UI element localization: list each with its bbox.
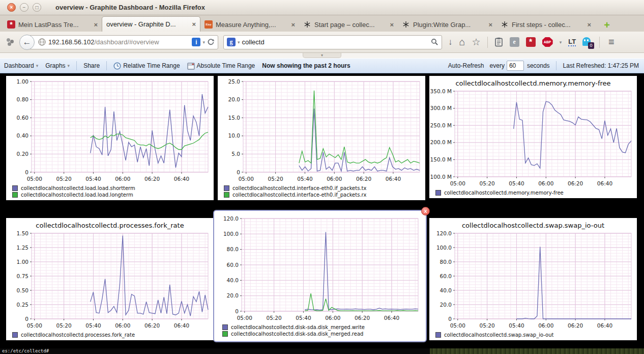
dashboard-menu-label: Dashboard	[4, 62, 34, 69]
calendar-icon	[187, 62, 195, 70]
collectd-favicon-icon	[501, 20, 509, 29]
svg-text:06:40: 06:40	[597, 180, 612, 186]
search-bar[interactable]: g ▾ collectd	[223, 35, 442, 49]
window-minimize-button[interactable]: −	[20, 3, 28, 12]
back-button[interactable]: ←	[19, 35, 35, 50]
absolute-time-range-button[interactable]: Absolute Time Range	[187, 62, 255, 70]
reload-icon[interactable]	[207, 38, 215, 46]
svg-text:0.20: 0.20	[17, 151, 28, 157]
legend-row: collectdlocalhostcollectd.load.load.long…	[12, 192, 214, 198]
downloads-button[interactable]: ↓	[448, 37, 453, 47]
ghostery-badge: 0	[588, 42, 594, 49]
url-dropdown-icon[interactable]: ▾	[202, 40, 205, 45]
toolbar-separator	[599, 37, 600, 48]
toolbar-collapse-handle[interactable]: ▾	[303, 53, 341, 58]
bookmark-star-icon[interactable]: ☆	[472, 36, 481, 48]
window-maximize-button[interactable]: □	[33, 3, 41, 12]
chart-legend: collectdlocalhostcollectd.load.load.shor…	[6, 184, 214, 198]
tab-close-icon[interactable]: ×	[94, 21, 98, 29]
tab-label: First steps - collec...	[512, 21, 585, 29]
svg-text:15.0: 15.0	[228, 115, 240, 121]
svg-text:06:40: 06:40	[174, 176, 189, 182]
legend-row: collectdlocalhostcollectd.load.load.shor…	[12, 185, 214, 192]
dashboard-menu[interactable]: Dashboard ▾	[4, 62, 38, 69]
chart-panel-disk-merged[interactable]: 020.040.060.080.0100.0120.005:0005:2005:…	[216, 213, 424, 339]
chart-panel-swap-io[interactable]: collectdlocalhostcollectd.swap.swap_io-o…	[429, 218, 637, 340]
legend-swatch-icon	[222, 331, 228, 337]
chart-panel-if-packets[interactable]: 05.010.015.020.025.005:0005:2005:4006:00…	[218, 76, 425, 200]
tab-collectd-plugin-write-graphite[interactable]: Plugin:Write Grap... ×	[398, 17, 496, 32]
new-tab-button[interactable]: +	[599, 18, 614, 32]
tab-collectd-first-steps[interactable]: First steps - collec... ×	[496, 17, 595, 32]
url-bar[interactable]: 192.168.56.102 /dashboard/#overview i ▾	[27, 35, 218, 49]
search-engine-dropdown-icon[interactable]: ▾	[238, 40, 240, 45]
svg-text:06:00: 06:00	[538, 322, 553, 329]
tab-collectd-start-page[interactable]: Start page – collec... ×	[299, 17, 398, 32]
url-path: /dashboard/#overview	[94, 38, 192, 46]
tab-graphite-dashboard-active[interactable]: overview - Graphite D... ×	[102, 16, 200, 32]
tab-label: Measure Anything,...	[216, 21, 289, 29]
svg-text:60.0: 60.0	[227, 262, 239, 268]
svg-text:0: 0	[237, 169, 240, 175]
svg-text:06:40: 06:40	[597, 322, 612, 329]
chart-title: collectdlocalhostcollectd.swap.swap_io-o…	[429, 220, 637, 229]
evernote-clipper-icon[interactable]	[494, 37, 503, 47]
hamburger-menu-icon[interactable]: ≡	[608, 36, 614, 48]
page-action-info-icon[interactable]: i	[192, 38, 200, 46]
ghostery-icon[interactable]: 0	[582, 37, 593, 47]
legend-row: collectdlocalhostcollectd.processes.fork…	[12, 332, 214, 338]
graphs-menu[interactable]: Graphs ▾	[45, 62, 70, 69]
svg-text:100.0: 100.0	[436, 244, 452, 251]
tab-close-icon[interactable]: ×	[587, 21, 591, 29]
legend-label: collectdlocalhostcollectd.disk-sda.disk_…	[231, 324, 365, 330]
svg-text:0.75: 0.75	[17, 273, 28, 279]
svg-text:120.0: 120.0	[223, 215, 239, 222]
svg-text:1.00: 1.00	[17, 259, 28, 265]
tab-etsy-measure-anything[interactable]: Etsy Measure Anything,... ×	[200, 17, 299, 32]
search-icon[interactable]	[431, 38, 438, 46]
svg-text:80.0: 80.0	[440, 259, 452, 265]
tab-lastpass[interactable]: * Mein LastPass Tre... ×	[3, 17, 102, 32]
search-input[interactable]: collectd	[242, 38, 431, 46]
legend-swatch-icon	[12, 185, 18, 191]
adblock-plus-icon[interactable]: ABP	[542, 37, 553, 47]
chart-panel-memory-free[interactable]: collectdlocalhostcollectd.memory.memory-…	[429, 76, 637, 198]
svg-text:06:40: 06:40	[384, 315, 399, 321]
home-button[interactable]: ⌂	[459, 36, 465, 48]
refresh-seconds-input[interactable]	[507, 61, 524, 71]
window-close-button[interactable]: ×	[7, 3, 16, 12]
chart-legend: collectdlocalhostcollectd.disk-sda.disk_…	[216, 323, 424, 337]
relative-time-range-button[interactable]: Relative Time Range	[113, 62, 180, 70]
tab-close-icon[interactable]: ×	[291, 21, 295, 29]
svg-text:0: 0	[235, 308, 239, 314]
selected-chart-wrapper[interactable]: X 020.040.060.080.0100.0120.005:0005:200…	[213, 210, 427, 342]
svg-text:05:40: 05:40	[85, 176, 101, 182]
chart-panel-fork-rate[interactable]: collectdlocalhostcollectd.processes.fork…	[6, 218, 214, 340]
toolbar-separator	[76, 61, 77, 70]
svg-text:06:00: 06:00	[115, 322, 130, 329]
chevron-down-icon: ▾	[68, 63, 70, 68]
google-engine-icon[interactable]: g	[227, 38, 236, 46]
tab-close-icon[interactable]: ×	[488, 21, 492, 29]
languagetool-icon[interactable]: LT	[568, 38, 576, 46]
legend-row: collectdlocalhostcollectd.interface-eth0…	[224, 192, 425, 198]
legend-swatch-icon	[222, 324, 228, 330]
chart-panel-load[interactable]: 00.200.400.600.801.0005:0005:2005:4006:0…	[6, 76, 214, 200]
lastpass-icon[interactable]: *	[526, 37, 536, 47]
svg-text:05:00: 05:00	[239, 176, 254, 182]
tab-bar: * Mein LastPass Tre... × overview - Grap…	[0, 15, 644, 32]
svg-text:05:40: 05:40	[85, 322, 101, 329]
disabled-addon-icon[interactable]	[5, 37, 15, 47]
panel-close-button[interactable]: X	[421, 207, 430, 215]
svg-text:80.0: 80.0	[227, 246, 239, 252]
adblock-dropdown-icon[interactable]: ▾	[560, 40, 562, 45]
tab-close-icon[interactable]: ×	[192, 20, 196, 28]
share-button[interactable]: Share	[83, 62, 100, 69]
terminal-window-sliver[interactable]: es:/etc/collectd#	[0, 348, 430, 354]
tab-label: Start page – collec...	[314, 21, 388, 29]
svg-text:0: 0	[25, 169, 28, 175]
auto-refresh-button[interactable]: Auto-Refresh	[448, 62, 484, 69]
tab-close-icon[interactable]: ×	[390, 21, 394, 29]
chart-plot: 020.040.060.080.0100.0120.005:0005:2005:…	[217, 214, 423, 323]
evernote-icon[interactable]: e	[510, 37, 519, 47]
